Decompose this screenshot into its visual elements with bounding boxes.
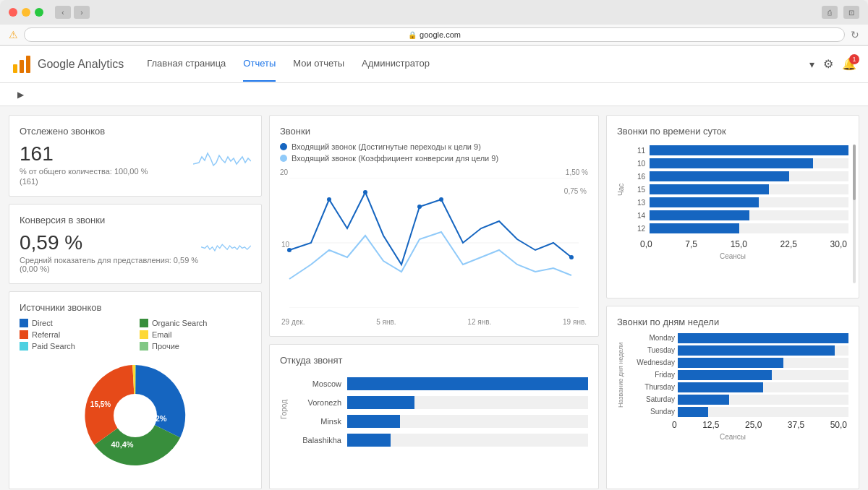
hbar-15: 15 (628, 184, 848, 194)
scrollbar[interactable] (853, 145, 856, 283)
calls-line-chart (280, 178, 588, 308)
lock-icon: 🔒 (408, 31, 417, 39)
city-bar-fill-moscow (347, 377, 588, 390)
minimize-button[interactable] (22, 8, 30, 17)
hbar-fill-14 (650, 210, 749, 220)
chart-y-top-right: 1,50 % (566, 168, 588, 176)
hbar-fill-12 (650, 223, 739, 233)
nav-my-reports[interactable]: Мои отчеты (293, 46, 344, 82)
address-bar-row: ⚠ 🔒 google.com ↻ (0, 25, 868, 46)
svg-rect-1 (20, 60, 24, 73)
nav-admin[interactable]: Администратор (362, 46, 430, 82)
calls-tracked-title: Отслежено звонков (20, 126, 251, 137)
hbar-14: 14 (628, 210, 848, 220)
legend-incoming-1: Входящий звонок (Достигнутые переходы к … (280, 142, 588, 151)
hbar-10: 10 (628, 158, 848, 168)
nav-right: ▾ ⚙ 🔔 1 (809, 57, 856, 71)
sub-nav: ▶ (0, 83, 868, 106)
address-bar[interactable]: 🔒 google.com (24, 27, 845, 42)
right-column: Звонки по времени суток Час 11 10 (606, 115, 859, 489)
legend-organic-label: Organic Search (152, 319, 207, 327)
fullscreen-button[interactable]: ⊡ (843, 6, 859, 19)
x-label-1: 29 дек. (281, 318, 305, 326)
hour-x-75: 7,5 (685, 239, 697, 249)
city-bar-track-moscow (347, 377, 588, 390)
warning-icon: ⚠ (9, 29, 18, 40)
week-label-thursday: Thursday (631, 383, 675, 391)
legend-incoming-1-label: Входящий звонок (Достигнутые переходы к … (292, 142, 481, 151)
hbar-12: 12 (628, 223, 848, 233)
legend-other-label: Прочие (152, 342, 179, 351)
pie-chart-container: 42,2% 40,4% 15,5% (20, 358, 251, 473)
browser-chrome: ‹ › ⎙ ⊡ ⚠ 🔒 google.com ↻ (0, 0, 868, 46)
week-fill-thursday (678, 382, 763, 392)
x-label-3: 12 янв. (467, 318, 491, 326)
city-axis-label: Город (280, 371, 288, 447)
share-button[interactable]: ⎙ (822, 6, 838, 19)
hour-chart: Час 11 10 16 (617, 142, 848, 236)
sidebar-toggle[interactable]: ▶ (12, 87, 30, 103)
pie-chart: 42,2% 40,4% 15,5% (77, 358, 193, 473)
hbar-label-14: 14 (628, 212, 645, 220)
close-button[interactable] (9, 8, 17, 17)
week-label-tuesday: Tuesday (631, 346, 675, 354)
hour-y-label: Час (617, 142, 625, 236)
refresh-button[interactable]: ↻ (851, 29, 859, 40)
calls-tracked-sub2: (161) (20, 177, 148, 186)
chart-y-top-left: 20 (280, 168, 288, 176)
settings-icon[interactable]: ⚙ (823, 57, 833, 71)
week-track-friday (678, 370, 848, 380)
legend-paid: Paid Search (20, 342, 131, 351)
hbar-16: 16 (628, 171, 848, 181)
hbar-track-15 (650, 184, 848, 194)
maximize-button[interactable] (35, 8, 43, 17)
hour-x-0: 0,0 (640, 239, 652, 249)
legend-organic: Organic Search (140, 319, 251, 327)
nav-home[interactable]: Главная страница (147, 46, 226, 82)
week-track-tuesday (678, 345, 848, 356)
hour-bars: 11 10 16 15 (628, 142, 848, 236)
hbar-fill-13 (650, 197, 759, 207)
svg-rect-0 (13, 64, 17, 73)
hour-x-300: 30,0 (830, 239, 847, 249)
city-label-minsk: Minsk (291, 417, 341, 426)
back-button[interactable]: ‹ (55, 6, 71, 19)
hbar-label-13: 13 (628, 199, 645, 207)
weekday-x-labels: 0 12,5 25,0 37,5 50,0 (617, 420, 848, 430)
city-label-voronezh: Voronezh (291, 398, 341, 407)
week-track-monday (678, 333, 848, 343)
nav-reports[interactable]: Отчеты (243, 46, 276, 82)
legend-incoming-2-dot (280, 155, 287, 162)
hbar-label-11: 11 (628, 147, 645, 155)
legend-other: Прочие (140, 342, 251, 351)
city-bar-fill-balashikha (347, 434, 391, 447)
legend-referral-label: Referral (32, 330, 60, 339)
logo-text: Google Analytics (38, 58, 124, 71)
top-nav: Google Analytics Главная страница Отчеты… (0, 46, 868, 83)
hbar-11: 11 (628, 145, 848, 155)
pie-legend: Direct Organic Search Referral Email (20, 319, 251, 351)
conversion-sparkline (201, 231, 251, 260)
calls-tracked-card: Отслежено звонков 161 % от общего количе… (9, 115, 262, 197)
calls-chart-card: Звонки Входящий звонок (Достигнутые пере… (269, 115, 599, 337)
x-label-4: 19 янв. (563, 318, 587, 326)
week-label-saturday: Saturday (631, 395, 675, 403)
city-bar-track-voronezh (347, 396, 588, 409)
hbar-label-15: 15 (628, 186, 645, 194)
scrollbar-thumb[interactable] (853, 145, 856, 200)
week-track-thursday (678, 382, 848, 392)
city-bar-track-minsk (347, 415, 588, 428)
hbar-13: 13 (628, 197, 848, 207)
svg-point-13 (417, 205, 422, 209)
weekday-axis-label: Сеансы (617, 433, 848, 441)
chevron-down-icon[interactable]: ▾ (809, 59, 814, 70)
city-chart: Город Moscow Voronezh (280, 371, 588, 447)
hbar-fill-11 (650, 145, 848, 155)
conversion-value: 0,59 % (20, 231, 201, 254)
notification-bell-icon[interactable]: 🔔 1 (842, 57, 856, 71)
middle-column: Звонки Входящий звонок (Достигнутые пере… (269, 115, 599, 489)
forward-button[interactable]: › (74, 6, 90, 19)
weekday-chart: Название дня недели Monday Tuesday Wedne… (617, 333, 848, 417)
svg-text:15,5%: 15,5% (90, 400, 111, 408)
week-fill-sunday (678, 407, 708, 417)
